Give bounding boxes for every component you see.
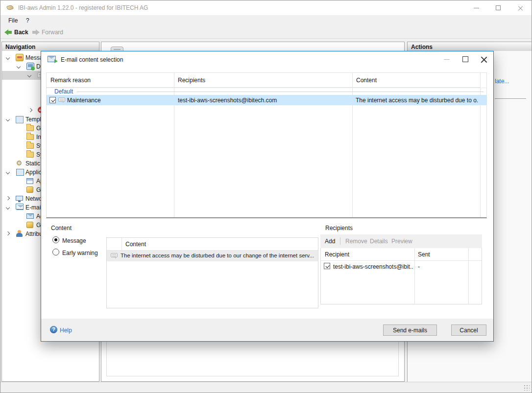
network-icon xyxy=(16,196,23,201)
chevron-down-icon[interactable] xyxy=(6,206,10,209)
content-row[interactable]: The internet access may be disturbed due… xyxy=(107,251,318,261)
maximize-icon xyxy=(496,5,501,10)
email-send-icon xyxy=(48,56,56,62)
recipient-checkbox[interactable] xyxy=(324,263,330,269)
dialog-maximize-button[interactable] xyxy=(457,53,474,66)
cancel-button[interactable]: Cancel xyxy=(451,324,486,336)
window-icon xyxy=(26,178,33,184)
app-window: IBI-aws Admin 1.22.0 - registered for IB… xyxy=(0,0,532,393)
dialog-title: E-mail content selection xyxy=(61,56,123,63)
radio-early-warning[interactable] xyxy=(52,249,59,255)
folder-icon xyxy=(26,125,34,131)
messages-icon xyxy=(16,54,24,61)
emails-icon xyxy=(17,205,24,210)
radio-message-label[interactable]: Message xyxy=(62,237,86,244)
action-link-template[interactable]: late... xyxy=(495,78,509,85)
dialog-footer: ? Help Send e-mails Cancel xyxy=(41,319,493,341)
recipients-table: Recipient Sent test-ibi-aws-screenshots@… xyxy=(320,248,482,304)
help-link[interactable]: Help xyxy=(60,327,72,334)
folder-icon xyxy=(26,152,34,158)
remark-selection-table: Remark reason Recipients Content Default… xyxy=(46,72,487,218)
resize-grip-icon[interactable] xyxy=(524,385,530,391)
column-divider xyxy=(468,248,469,304)
applications-icon xyxy=(17,170,23,175)
window-close-button[interactable] xyxy=(509,0,532,15)
recipients-section: Recipients Add Remove Details Preview Re… xyxy=(320,221,482,314)
minimize-icon xyxy=(474,8,479,8)
remark-row-maintenance[interactable]: Maintenance test-ibi-aws-screenshots@ibi… xyxy=(47,95,486,105)
menu-bar: File ? xyxy=(0,15,532,26)
dialog-close-button[interactable] xyxy=(476,53,492,66)
templates-icon xyxy=(17,117,23,122)
recipients-section-label: Recipients xyxy=(325,225,353,231)
dialog-minimize-button[interactable] xyxy=(438,53,455,66)
radio-early-warning-label[interactable]: Early warning xyxy=(62,250,98,256)
help-icon: ? xyxy=(50,326,57,333)
recipient-row[interactable]: test-ibi-aws-screenshots@ibit... - xyxy=(321,261,482,272)
chevron-right-icon[interactable] xyxy=(28,108,32,112)
window-maximize-button[interactable] xyxy=(487,0,509,15)
column-header-recipient[interactable]: Recipient xyxy=(325,251,349,258)
column-divider[interactable] xyxy=(414,248,415,304)
add-button[interactable]: Add xyxy=(325,238,335,245)
actions-separator xyxy=(495,98,526,99)
window-minimize-button[interactable] xyxy=(465,0,487,15)
chevron-down-icon[interactable] xyxy=(6,170,10,174)
chevron-down-icon[interactable] xyxy=(17,65,21,69)
content-section-label: Content xyxy=(51,225,72,231)
speech-bubble-icon xyxy=(111,253,118,257)
folder-icon xyxy=(26,134,34,140)
chevron-down-icon[interactable] xyxy=(6,117,10,121)
chevron-down-icon[interactable] xyxy=(6,56,10,60)
menu-help[interactable]: ? xyxy=(26,17,29,24)
person-icon xyxy=(16,230,24,237)
chevron-right-icon[interactable] xyxy=(6,231,10,235)
main-toolbar: Back Forward xyxy=(0,26,532,39)
back-arrow-icon xyxy=(4,29,12,35)
forward-arrow-icon xyxy=(32,29,40,35)
app-icon xyxy=(6,4,14,11)
group-rule xyxy=(77,92,484,92)
gear-icon: ⚙ xyxy=(15,160,23,167)
column-header-recipients[interactable]: Recipients xyxy=(174,73,352,88)
group-row-default[interactable]: Default xyxy=(47,88,486,94)
content-section: Content Message Early warning Content Th… xyxy=(46,221,314,314)
minimize-icon xyxy=(444,59,450,60)
recipients-table-header[interactable]: Recipient Sent xyxy=(321,248,482,261)
content-table: Content The internet access may be distu… xyxy=(106,237,318,308)
radio-message[interactable] xyxy=(52,236,59,243)
folder-icon xyxy=(26,143,34,149)
forward-button[interactable]: Forward xyxy=(42,29,63,36)
monitor-check-icon xyxy=(26,63,34,70)
send-emails-button[interactable]: Send e-mails xyxy=(383,324,437,336)
speech-bubble-icon xyxy=(58,97,65,102)
maximize-icon xyxy=(462,56,468,62)
column-header-remark-reason[interactable]: Remark reason xyxy=(47,73,174,88)
window-title: IBI-aws Admin 1.22.0 - registered for IB… xyxy=(18,4,148,11)
content-table-header[interactable]: Content xyxy=(107,238,318,251)
remove-button[interactable]: Remove xyxy=(345,238,367,245)
cube-icon xyxy=(26,222,33,228)
menu-file[interactable]: File xyxy=(8,17,18,24)
navigation-header: Navigation xyxy=(1,42,99,51)
back-button[interactable]: Back xyxy=(14,29,28,36)
chevron-right-icon[interactable] xyxy=(6,196,10,200)
toolbar-separator xyxy=(340,237,340,245)
dialog-titlebar: E-mail content selection xyxy=(41,51,493,68)
envelope-icon xyxy=(26,213,34,219)
column-header-content[interactable]: Content xyxy=(352,73,480,88)
row-checkbox[interactable] xyxy=(49,97,56,103)
status-bar xyxy=(0,382,532,393)
preview-button[interactable]: Preview xyxy=(391,238,412,245)
chevron-down-icon[interactable] xyxy=(27,73,31,77)
recipients-toolbar: Add Remove Details Preview xyxy=(320,234,482,248)
cube-icon xyxy=(26,186,33,193)
window-titlebar: IBI-aws Admin 1.22.0 - registered for IB… xyxy=(0,0,532,15)
details-button[interactable]: Details xyxy=(370,238,388,245)
actions-header: Actions xyxy=(407,42,532,51)
email-content-selection-dialog: E-mail content selection Remark reason R… xyxy=(41,51,494,342)
column-header-sent[interactable]: Sent xyxy=(418,251,430,258)
